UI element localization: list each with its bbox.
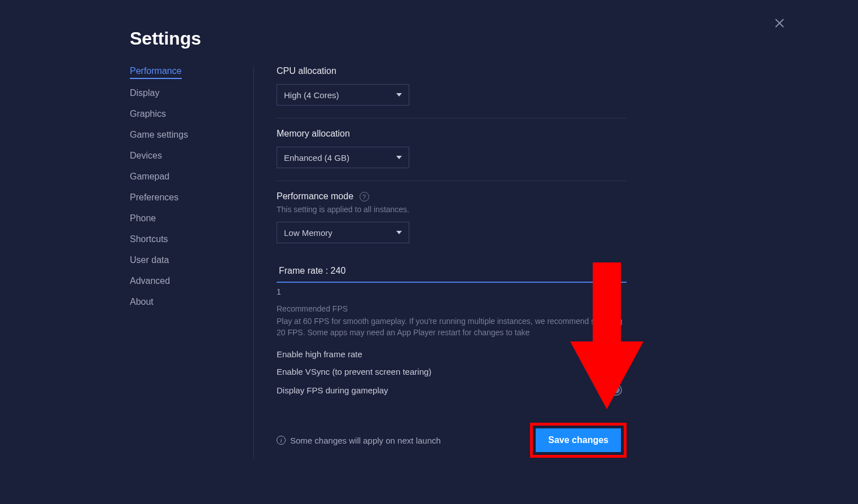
toggle-display-fps[interactable]: Display FPS during gameplay bbox=[277, 384, 627, 396]
footer: i Some changes will apply on next launch… bbox=[277, 406, 627, 458]
sidebar-item-user-data[interactable]: User data bbox=[130, 255, 169, 267]
settings-modal: Settings Performance Display Graphics Ga… bbox=[0, 0, 858, 504]
sidebar-item-phone[interactable]: Phone bbox=[130, 213, 156, 225]
sidebar-item-about[interactable]: About bbox=[130, 297, 154, 309]
help-icon[interactable]: ? bbox=[360, 192, 369, 201]
sidebar-item-preferences[interactable]: Preferences bbox=[130, 192, 178, 204]
save-button[interactable]: Save changes bbox=[536, 428, 621, 452]
toggle-knob bbox=[613, 387, 620, 393]
fps-info-text: Play at 60 FPS for smooth gameplay. If y… bbox=[277, 316, 627, 338]
perfmode-dropdown[interactable]: Low Memory bbox=[277, 222, 409, 243]
cpu-dropdown-value: High (4 Cores) bbox=[284, 90, 339, 100]
perfmode-label-text: Performance mode bbox=[277, 191, 353, 201]
info-icon: i bbox=[277, 436, 286, 445]
cpu-dropdown[interactable]: High (4 Cores) bbox=[277, 84, 409, 106]
chevron-down-icon bbox=[396, 156, 402, 159]
cpu-section: CPU allocation High (4 Cores) bbox=[277, 66, 627, 119]
perfmode-label: Performance mode ? bbox=[277, 191, 627, 201]
framerate-label[interactable]: Frame rate : 240 bbox=[277, 266, 627, 283]
sidebar: Performance Display Graphics Game settin… bbox=[130, 66, 254, 458]
footer-note-text: Some changes will apply on next launch bbox=[290, 436, 441, 445]
close-icon[interactable] bbox=[774, 17, 785, 32]
framerate-min: 1 bbox=[277, 287, 627, 296]
annotation-highlight: Save changes bbox=[530, 423, 627, 458]
chevron-down-icon bbox=[396, 231, 402, 234]
fps-info-title: Recommended FPS bbox=[277, 304, 627, 313]
sidebar-item-graphics[interactable]: Graphics bbox=[130, 109, 166, 121]
perfmode-section: Performance mode ? This setting is appli… bbox=[277, 191, 627, 256]
toggle-display-fps-label: Display FPS during gameplay bbox=[277, 385, 388, 395]
cpu-label: CPU allocation bbox=[277, 66, 627, 76]
memory-dropdown[interactable]: Enhanced (4 GB) bbox=[277, 147, 409, 168]
page-title: Settings bbox=[130, 28, 728, 49]
sidebar-item-devices[interactable]: Devices bbox=[130, 151, 162, 163]
sidebar-item-performance[interactable]: Performance bbox=[130, 66, 182, 79]
sidebar-item-gamepad[interactable]: Gamepad bbox=[130, 172, 169, 183]
toggle-vsync[interactable]: Enable VSync (to prevent screen tearing) bbox=[277, 367, 627, 376]
perfmode-help: This setting is applied to all instances… bbox=[277, 205, 627, 214]
toggle-high-frame-rate-label: Enable high frame rate bbox=[277, 349, 362, 359]
framerate-section: Frame rate : 240 1 Recommended FPS Play … bbox=[277, 266, 627, 396]
toggle-switch[interactable] bbox=[601, 384, 622, 396]
chevron-down-icon bbox=[396, 93, 402, 97]
memory-section: Memory allocation Enhanced (4 GB) bbox=[277, 129, 627, 181]
memory-dropdown-value: Enhanced (4 GB) bbox=[284, 153, 349, 163]
content: Performance Display Graphics Game settin… bbox=[130, 66, 728, 458]
toggle-high-frame-rate[interactable]: Enable high frame rate bbox=[277, 349, 627, 359]
sidebar-item-display[interactable]: Display bbox=[130, 88, 159, 100]
sidebar-item-advanced[interactable]: Advanced bbox=[130, 276, 170, 288]
toggle-vsync-label: Enable VSync (to prevent screen tearing) bbox=[277, 367, 431, 376]
perfmode-dropdown-value: Low Memory bbox=[284, 228, 332, 238]
memory-label: Memory allocation bbox=[277, 129, 627, 139]
main-panel: CPU allocation High (4 Cores) Memory all… bbox=[254, 66, 627, 458]
footer-note: i Some changes will apply on next launch bbox=[277, 436, 441, 445]
sidebar-item-game-settings[interactable]: Game settings bbox=[130, 130, 188, 142]
sidebar-item-shortcuts[interactable]: Shortcuts bbox=[130, 234, 168, 246]
